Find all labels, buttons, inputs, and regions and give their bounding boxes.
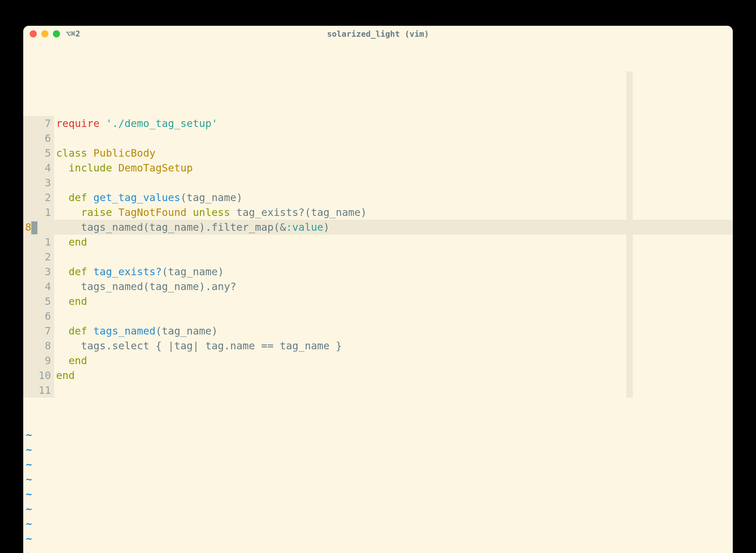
code-line[interactable]: 1 raise TagNotFound unless tag_exists?(t…: [23, 205, 733, 220]
cursor: [31, 221, 38, 234]
code-content[interactable]: end: [54, 235, 733, 249]
code-line[interactable]: 1 end: [23, 235, 733, 249]
gutter-number: 1: [23, 235, 54, 249]
code-line[interactable]: 7 def tags_named(tag_name): [23, 324, 733, 338]
empty-line-tilde: ~: [23, 546, 733, 553]
gutter-number: 3: [23, 264, 54, 279]
minimize-icon[interactable]: [41, 30, 48, 37]
code-line[interactable]: 5 end: [23, 294, 733, 309]
empty-line-tilde: ~: [23, 427, 733, 442]
code-content[interactable]: end: [54, 294, 733, 309]
code-content[interactable]: def get_tag_values(tag_name): [54, 190, 733, 205]
gutter-number: 5: [23, 294, 54, 309]
code-content[interactable]: def tags_named(tag_name): [54, 324, 733, 338]
empty-line-tilde: ~: [23, 487, 733, 501]
zoom-icon[interactable]: [53, 30, 60, 37]
gutter-number: 11: [23, 383, 54, 398]
empty-line-tilde: ~: [23, 531, 733, 546]
empty-line-tilde: ~: [23, 457, 733, 472]
code-content[interactable]: raise TagNotFound unless tag_exists?(tag…: [54, 205, 733, 220]
titlebar: ⌥⌘2 solarized_light (vim): [23, 26, 733, 42]
gutter-number: 10: [23, 368, 54, 383]
gutter-number: 7: [23, 116, 54, 131]
empty-line-tilde: ~: [23, 472, 733, 487]
empty-line-tilde: ~: [23, 442, 733, 457]
gutter-number: 8: [23, 220, 54, 235]
gutter-number: 3: [23, 175, 54, 190]
gutter-number: 2: [23, 190, 54, 205]
code-line[interactable]: 2 def get_tag_values(tag_name): [23, 190, 733, 205]
code-content[interactable]: tags_named(tag_name).any?: [54, 279, 733, 294]
code-line[interactable]: 9 end: [23, 353, 733, 368]
gutter-number: 7: [23, 324, 54, 338]
window-title: solarized_light (vim): [23, 29, 733, 39]
close-icon[interactable]: [30, 30, 37, 37]
code-line[interactable]: 4 include DemoTagSetup: [23, 160, 733, 175]
gutter-number: 9: [23, 353, 54, 368]
code-line[interactable]: 4 tags_named(tag_name).any?: [23, 279, 733, 294]
empty-line-tilde: ~: [23, 501, 733, 516]
gutter-number: 4: [23, 279, 54, 294]
code-content[interactable]: def tag_exists?(tag_name): [54, 264, 733, 279]
terminal-window: ⌥⌘2 solarized_light (vim) 7require './de…: [23, 26, 733, 553]
code-line[interactable]: 7require './demo_tag_setup': [23, 116, 733, 131]
code-content[interactable]: end: [54, 353, 733, 368]
code-line[interactable]: 8 tags_named(tag_name).filter_map(&:valu…: [23, 220, 733, 235]
code-line[interactable]: 8 tags.select { |tag| tag.name == tag_na…: [23, 338, 733, 353]
empty-line-tilde: ~: [23, 516, 733, 531]
gutter-number: 6: [23, 131, 54, 146]
code-content[interactable]: tags_named(tag_name).filter_map(&:value): [54, 220, 733, 235]
code-line[interactable]: 3 def tag_exists?(tag_name): [23, 264, 733, 279]
gutter-number: 1: [23, 205, 54, 220]
traffic-lights: [30, 30, 60, 37]
code-content[interactable]: class PublicBody: [54, 146, 733, 160]
gutter-number: 5: [23, 146, 54, 160]
code-content[interactable]: require './demo_tag_setup': [54, 116, 733, 131]
editor-area[interactable]: 7require './demo_tag_setup'65class Publi…: [23, 42, 733, 553]
code-line[interactable]: 10end: [23, 368, 733, 383]
tab-indicator: ⌥⌘2: [66, 29, 80, 38]
gutter-number: 6: [23, 309, 54, 324]
code-content[interactable]: end: [54, 368, 733, 383]
gutter-number: 2: [23, 249, 54, 264]
code-content[interactable]: include DemoTagSetup: [54, 160, 733, 175]
code-line[interactable]: 5class PublicBody: [23, 146, 733, 160]
gutter-number: 8: [23, 338, 54, 353]
gutter-number: 4: [23, 160, 54, 175]
code-content[interactable]: tags.select { |tag| tag.name == tag_name…: [54, 338, 733, 353]
